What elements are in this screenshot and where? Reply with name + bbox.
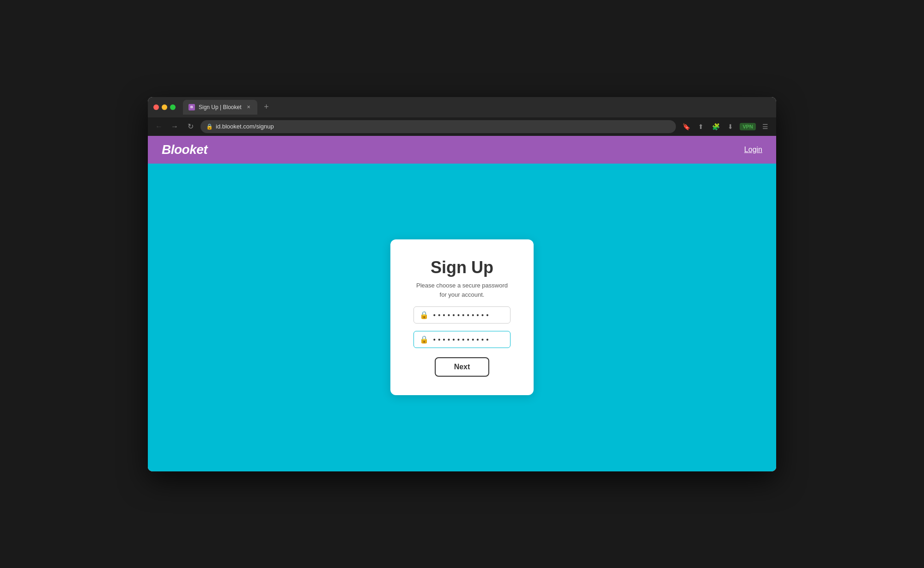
minimize-button[interactable] xyxy=(162,104,167,110)
back-button[interactable]: ← xyxy=(153,121,164,132)
url-text: id.blooket.com/signup xyxy=(216,123,274,130)
download-icon[interactable]: ⬇ xyxy=(725,121,736,132)
menu-icon[interactable]: ☰ xyxy=(760,121,771,132)
browser-window: B Sign Up | Blooket ✕ + ← → ↻ 🔒 id.blook… xyxy=(148,97,776,471)
vpn-badge[interactable]: VPN xyxy=(740,123,756,130)
password-dots: •••••••••••• xyxy=(432,311,490,319)
site-logo: Blooket xyxy=(162,142,207,157)
toolbar-icons: 🔖 ⬆ 🧩 ⬇ VPN ☰ xyxy=(681,121,771,132)
title-bar: B Sign Up | Blooket ✕ + xyxy=(148,97,776,117)
lock-icon-teal: 🔒 xyxy=(419,335,429,344)
close-button[interactable] xyxy=(153,104,159,110)
traffic-lights xyxy=(153,104,176,110)
signup-card: Sign Up Please choose a secure password … xyxy=(390,239,534,395)
extension-icon[interactable]: 🧩 xyxy=(710,121,721,132)
site-navbar: Blooket Login xyxy=(148,136,776,164)
login-link[interactable]: Login xyxy=(744,146,762,154)
address-input[interactable]: 🔒 id.blooket.com/signup xyxy=(201,120,676,133)
lock-icon-grey: 🔒 xyxy=(419,311,429,319)
active-tab[interactable]: B Sign Up | Blooket ✕ xyxy=(183,100,257,115)
bookmark-icon[interactable]: 🔖 xyxy=(681,121,692,132)
tab-bar: B Sign Up | Blooket ✕ + xyxy=(183,100,771,115)
confirm-password-field[interactable]: 🔒 •••••••••••• xyxy=(413,331,511,348)
tab-close-button[interactable]: ✕ xyxy=(245,104,252,110)
confirm-password-dots: •••••••••••• xyxy=(432,336,490,343)
main-area: Sign Up Please choose a secure password … xyxy=(148,164,776,471)
new-tab-button[interactable]: + xyxy=(260,101,273,114)
reload-button[interactable]: ↻ xyxy=(185,121,196,132)
tab-title: Sign Up | Blooket xyxy=(199,104,242,110)
address-bar: ← → ↻ 🔒 id.blooket.com/signup 🔖 ⬆ 🧩 ⬇ VP… xyxy=(148,117,776,136)
next-button[interactable]: Next xyxy=(435,357,490,377)
lock-icon: 🔒 xyxy=(206,123,213,130)
forward-button[interactable]: → xyxy=(169,121,180,132)
tab-favicon: B xyxy=(188,104,195,110)
password-field[interactable]: 🔒 •••••••••••• xyxy=(413,306,511,324)
signup-title: Sign Up xyxy=(431,258,493,277)
maximize-button[interactable] xyxy=(170,104,176,110)
page-content: Blooket Login Sign Up Please choose a se… xyxy=(148,136,776,471)
share-icon[interactable]: ⬆ xyxy=(695,121,706,132)
signup-subtitle: Please choose a secure password for your… xyxy=(413,281,511,299)
